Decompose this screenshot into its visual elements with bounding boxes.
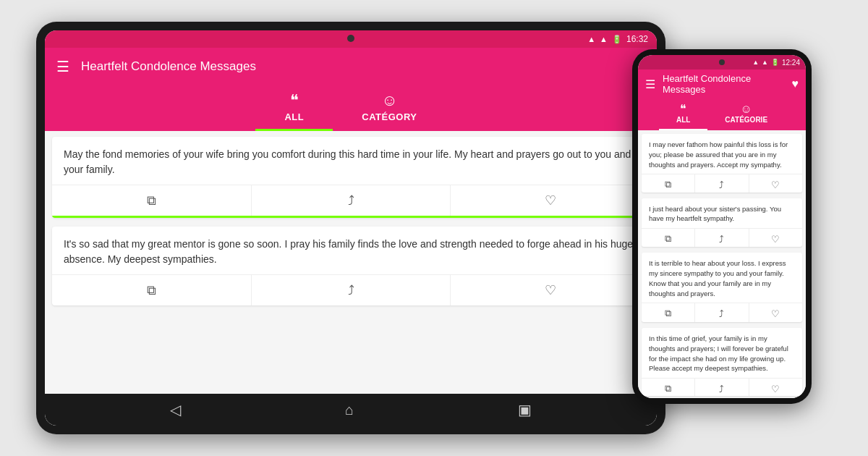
phone-content-area: I may never fathom how painful this loss… xyxy=(638,130,806,398)
phone-share-4[interactable]: ⤴ xyxy=(695,379,749,396)
tab-all-label: ALL xyxy=(284,111,304,128)
card-1-actions: ⧉ ⤴ ♡ xyxy=(52,185,650,216)
phone-tab-all[interactable]: ❝ ALL xyxy=(659,98,707,130)
phone-tab-all-label: ALL xyxy=(676,116,690,128)
phone-battery-icon: 🔋 xyxy=(771,59,779,66)
phone-fav-1[interactable]: ♡ xyxy=(749,174,802,192)
emoji-icon: ☺ xyxy=(381,91,397,110)
phone-copy-1[interactable]: ⧉ xyxy=(642,174,695,192)
tablet-tabs-bar: ❝ ALL ☺ CATÉGORY xyxy=(45,85,657,131)
phone-app-bar: ☰ Heartfelt Condolence Messages ♥ xyxy=(638,69,806,98)
phone-fav-3[interactable]: ♡ xyxy=(749,303,802,322)
phone-tab-categorie-underline xyxy=(707,129,785,130)
phone-quote-icon: ❝ xyxy=(680,102,686,116)
quote-icon: ❝ xyxy=(290,91,299,110)
phone-device: ▲ ▲ 🔋 12:24 ☰ Heartfelt Condolence Messa… xyxy=(632,49,812,404)
phone-card-1-actions: ⧉ ⤴ ♡ xyxy=(642,174,802,192)
share-button-2[interactable]: ⤴ xyxy=(252,275,451,305)
phone-emoji-icon: ☺ xyxy=(741,103,752,116)
phone-message-1: I may never fathom how painful this loss… xyxy=(642,134,802,174)
recents-nav-button[interactable]: ▣ xyxy=(518,401,532,418)
phone-app-title: Heartfelt Condolence Messages xyxy=(663,73,785,95)
phone-screen: ▲ ▲ 🔋 12:24 ☰ Heartfelt Condolence Messa… xyxy=(638,55,806,398)
tablet-device: ▲ ▲ 🔋 16:32 ☰ Heartfelt Condolence Messa… xyxy=(36,22,665,434)
battery-icon: 🔋 xyxy=(612,35,622,44)
wifi-icon: ▲ xyxy=(587,35,595,43)
hamburger-menu-icon[interactable]: ☰ xyxy=(56,58,69,75)
tab-category-label: CATÉGORY xyxy=(362,111,417,128)
favorite-button-2[interactable]: ♡ xyxy=(451,275,650,305)
tablet-time: 16:32 xyxy=(626,34,648,44)
phone-card-4: In this time of grief, your family is in… xyxy=(642,328,802,396)
phone-hamburger-icon[interactable]: ☰ xyxy=(645,77,655,91)
phone-fav-2[interactable]: ♡ xyxy=(749,229,802,247)
phone-card-3: It is terrible to hear about your loss. … xyxy=(642,253,802,322)
copy-button-2[interactable]: ⧉ xyxy=(52,275,252,305)
signal-icon: ▲ xyxy=(600,35,608,43)
message-card-2: It's so sad that my great mentor is gone… xyxy=(52,227,650,305)
phone-wifi-icon: ▲ xyxy=(752,59,759,66)
phone-card-2: I just heard about your sister's passing… xyxy=(642,198,802,248)
phone-share-1[interactable]: ⤴ xyxy=(695,174,749,192)
phone-favorite-icon[interactable]: ♥ xyxy=(792,77,799,90)
phone-card-2-actions: ⧉ ⤴ ♡ xyxy=(642,228,802,247)
phone-fav-4[interactable]: ♡ xyxy=(749,379,802,396)
copy-button-1[interactable]: ⧉ xyxy=(52,185,252,216)
message-text-1: May the fond memories of your wife bring… xyxy=(52,137,650,185)
tablet-camera xyxy=(347,35,354,42)
phone-copy-2[interactable]: ⧉ xyxy=(642,229,695,247)
phone-share-3[interactable]: ⤴ xyxy=(695,303,749,322)
tablet-content-area: May the fond memories of your wife bring… xyxy=(45,131,657,394)
tab-category[interactable]: ☺ CATÉGORY xyxy=(333,85,446,131)
phone-card-1: I may never fathom how painful this loss… xyxy=(642,134,802,193)
tab-all-underline xyxy=(255,129,333,131)
tablet-screen: ▲ ▲ 🔋 16:32 ☰ Heartfelt Condolence Messa… xyxy=(45,30,657,426)
phone-card-3-actions: ⧉ ⤴ ♡ xyxy=(642,303,802,322)
favorite-button-1[interactable]: ♡ xyxy=(451,185,650,216)
tab-all[interactable]: ❝ ALL xyxy=(255,85,333,131)
tab-category-underline xyxy=(333,129,446,131)
tablet-app-bar: ☰ Heartfelt Condolence Messages ♥ xyxy=(45,48,657,85)
phone-tab-categorie-label: CATÉGORIE xyxy=(725,116,767,128)
phone-camera xyxy=(719,59,725,65)
phone-card-4-actions: ⧉ ⤴ ♡ xyxy=(642,378,802,396)
phone-tabs-bar: ❝ ALL ☺ CATÉGORIE xyxy=(638,98,806,130)
phone-signal-icon: ▲ xyxy=(762,59,768,66)
phone-time: 12:24 xyxy=(782,59,800,67)
phone-copy-4[interactable]: ⧉ xyxy=(642,379,695,396)
message-card-1: May the fond memories of your wife bring… xyxy=(52,137,650,218)
phone-copy-3[interactable]: ⧉ xyxy=(642,303,695,322)
back-nav-button[interactable]: ◁ xyxy=(170,401,181,418)
card-1-bottom-line xyxy=(52,216,650,218)
share-button-1[interactable]: ⤴ xyxy=(252,185,451,216)
phone-message-2: I just heard about your sister's passing… xyxy=(642,198,802,229)
phone-tab-all-underline xyxy=(659,129,707,130)
message-text-2: It's so sad that my great mentor is gone… xyxy=(52,227,650,274)
tablet-nav-bar: ◁ ⌂ ▣ xyxy=(45,394,657,426)
tablet-app-title: Heartfelt Condolence Messages xyxy=(81,59,625,74)
card-2-actions: ⧉ ⤴ ♡ xyxy=(52,274,650,305)
phone-message-3: It is terrible to hear about your loss. … xyxy=(642,253,802,303)
phone-share-2[interactable]: ⤴ xyxy=(695,229,749,247)
phone-tab-categorie[interactable]: ☺ CATÉGORIE xyxy=(707,98,785,130)
phone-message-4: In this time of grief, your family is in… xyxy=(642,328,802,378)
home-nav-button[interactable]: ⌂ xyxy=(345,402,354,418)
